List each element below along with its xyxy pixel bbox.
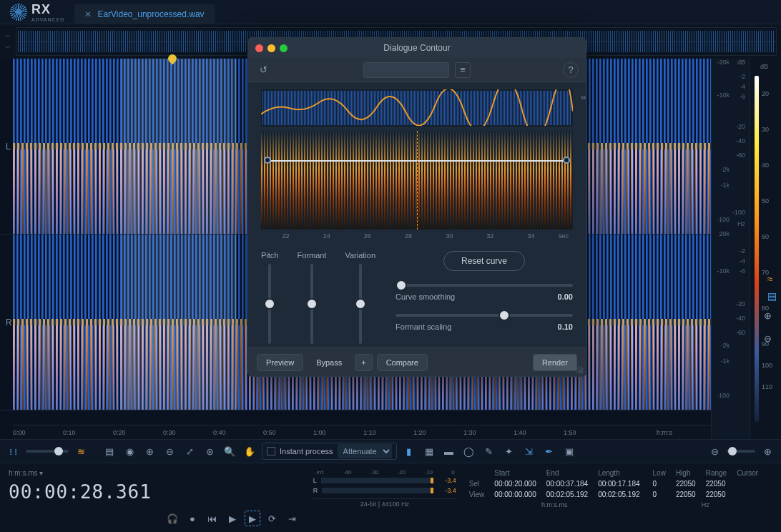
waveform-icon[interactable]: ≈	[767, 273, 777, 285]
app-titlebar: RX ADVANCED ✕ EarVideo_unprocessed.wav	[0, 0, 781, 24]
meter-l	[321, 478, 433, 483]
waveform-view-icon[interactable]: ⫶⫶	[6, 443, 21, 459]
search-icon[interactable]: 🔍	[222, 443, 237, 459]
selection-ranges: StartEndLength Sel00:00:20.00000:00:37.1…	[469, 469, 640, 526]
dialogue-contour-window[interactable]: Dialogue Contour ↺ ≡ ? sem 222426	[247, 37, 586, 377]
resize-grip-icon[interactable]	[576, 366, 583, 373]
chevron-down-icon: ﹀	[4, 43, 11, 53]
view-blend-slider[interactable]	[26, 450, 69, 453]
reset-curve-button[interactable]: Reset curve	[443, 251, 525, 271]
dialog-waveform	[261, 89, 573, 127]
formant-scaling-slider[interactable]	[396, 314, 573, 317]
selection-region[interactable]	[122, 59, 236, 234]
render-button[interactable]: Render	[533, 354, 577, 371]
app-logo: RX ADVANCED	[0, 2, 74, 22]
compare-button[interactable]: Compare	[377, 354, 428, 371]
zoom-out-icon[interactable]: ⊖	[162, 443, 177, 459]
help-icon[interactable]: ?	[563, 62, 579, 78]
list-icon[interactable]: ▤	[102, 443, 117, 459]
spectrogram-icon[interactable]: ▤	[767, 290, 777, 302]
dialog-titlebar[interactable]: Dialogue Contour	[248, 38, 586, 58]
file-tab[interactable]: ✕ EarVideo_unprocessed.wav	[74, 4, 214, 24]
audio-format: 24-bit | 44100 Hz	[313, 498, 456, 508]
dialog-spectrogram[interactable]	[261, 131, 573, 230]
rx-logo-icon	[10, 4, 27, 21]
h-zoom-slider[interactable]	[727, 450, 755, 453]
channel-label-r: R	[6, 317, 12, 327]
instant-process-mode[interactable]: Attenuate	[338, 444, 392, 458]
preview-button[interactable]: Preview	[257, 354, 303, 371]
grab-icon[interactable]: ⇲	[521, 443, 537, 459]
wand-icon[interactable]: ✦	[501, 443, 517, 459]
rewind-icon[interactable]: ⏮	[205, 511, 220, 526]
spectrogram-view-icon[interactable]: ≋	[73, 443, 89, 459]
view-mode-icons: ≈ ▤	[767, 273, 777, 302]
record-icon[interactable]: ●	[185, 511, 200, 526]
brush-icon[interactable]: ✎	[481, 443, 497, 459]
zoom-in-h-icon[interactable]: ⊕	[760, 443, 775, 459]
select-timefreq-icon[interactable]: ▦	[421, 443, 437, 459]
preset-select[interactable]	[363, 62, 449, 78]
curve-smoothing-slider[interactable]	[396, 284, 573, 287]
app-edition: ADVANCED	[31, 17, 64, 22]
level-meters: -Inf.-40-30-20-100 L-3.4 R-3.4 24-bit | …	[313, 469, 456, 526]
meter-r	[322, 488, 433, 493]
zoom-in-icon[interactable]: ⊕	[142, 443, 157, 459]
timecode-format[interactable]: h:m:s.ms ▾	[9, 469, 152, 477]
db-color-scale: dB 20 30 40 50 60 70 80 90 100 110 ≈ ▤	[750, 59, 781, 439]
pitch-slider[interactable]: Pitch 0.0	[261, 251, 278, 360]
dialog-title: Dialogue Contour	[248, 43, 586, 53]
add-button[interactable]: +	[355, 354, 372, 371]
pitch-contour	[261, 89, 573, 126]
select-freq-icon[interactable]: ▬	[441, 443, 457, 459]
hand-icon[interactable]: ✋	[242, 443, 257, 459]
frequency-ranges: LowHighRangeCursor 02205022050 022050220…	[653, 469, 759, 526]
bypass-button[interactable]: Bypass	[308, 355, 350, 370]
app-name: RX	[31, 2, 64, 17]
timeline-ruler[interactable]: 0:00 0:10 0:20 0:30 0:40 0:50 1:00 1:10 …	[13, 425, 711, 439]
layers-icon[interactable]: ▣	[561, 443, 577, 459]
loop-icon[interactable]: ⟳	[265, 511, 280, 526]
return-icon[interactable]: ⇥	[285, 511, 300, 526]
overview-collapse[interactable]: ︿ ﹀	[4, 30, 11, 53]
vertical-zoom: ⊕ ⊖	[760, 307, 775, 346]
bottom-toolbar: ⫶⫶ ≋ ▤ ◉ ⊕ ⊖ ⤢ ⊛ 🔍 ✋ Instant process Att…	[0, 439, 781, 463]
play-sel-icon[interactable]: ▶	[245, 511, 260, 526]
amplitude-ruler: dB -2 -4 -6 -20 -40 -60 -100 Hz -20k -10…	[711, 59, 750, 439]
checkbox-icon[interactable]	[267, 447, 275, 455]
selection-region[interactable]	[122, 235, 236, 410]
timecode-display: 00:00:28.361	[9, 481, 152, 503]
select-time-icon[interactable]: ▮	[401, 443, 417, 459]
feather-icon[interactable]: ✒	[541, 443, 557, 459]
zoom-out-v-icon[interactable]: ⊖	[760, 330, 775, 346]
instant-process-label: Instant process	[280, 447, 333, 455]
zoom-sel-icon[interactable]: ⤢	[182, 443, 197, 459]
undo-icon[interactable]: ↺	[255, 62, 271, 78]
preset-menu-icon[interactable]: ≡	[455, 62, 471, 78]
semitone-unit: sem	[581, 94, 586, 101]
play-icon[interactable]: ▶	[225, 511, 240, 526]
dialog-time-ruler: 22242628303234sec	[261, 230, 573, 240]
zoom-in-v-icon[interactable]: ⊕	[760, 307, 775, 323]
lasso-icon[interactable]: ◯	[461, 443, 477, 459]
status-bar: h:m:s.ms ▾ 00:00:28.361 🎧 ● ⏮ ▶ ▶ ⟳ ⇥ -I…	[0, 463, 781, 532]
channel-label-l: L	[6, 142, 11, 152]
close-tab-icon[interactable]: ✕	[84, 9, 92, 19]
dialog-playhead	[417, 131, 418, 230]
zoom-fit-icon[interactable]: ⊛	[202, 443, 217, 459]
zoom-out-h-icon[interactable]: ⊖	[707, 443, 722, 459]
instant-process: Instant process Attenuate	[262, 443, 397, 460]
variation-slider[interactable]: Variation 0.0	[345, 251, 375, 360]
formant-slider[interactable]: Formant 0.0	[297, 251, 326, 360]
chevron-up-icon: ︿	[4, 30, 11, 40]
dialog-toolbar: ↺ ≡ ?	[248, 58, 586, 82]
headphones-icon[interactable]: 🎧	[164, 511, 180, 526]
comment-icon[interactable]: ◉	[122, 443, 137, 459]
dialog-footer: Preview Bypass + Compare Render	[248, 348, 586, 376]
file-tab-name: EarVideo_unprocessed.wav	[97, 9, 204, 19]
db-gradient	[755, 76, 759, 422]
